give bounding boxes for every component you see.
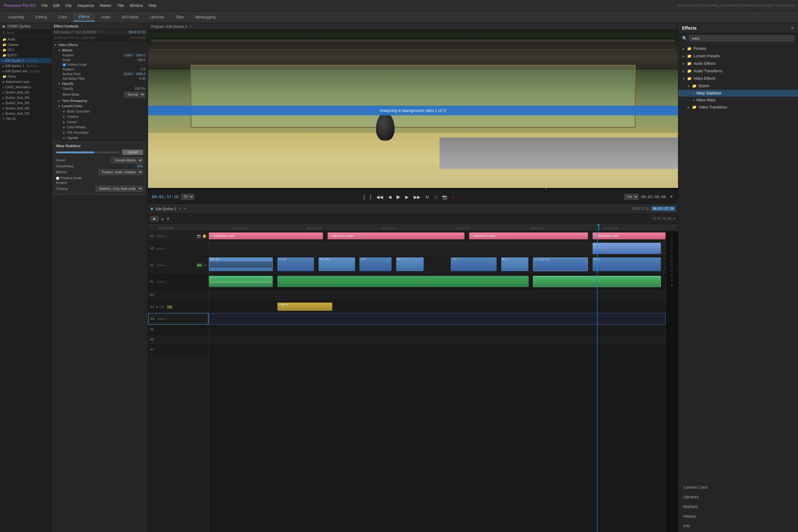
menu-title[interactable]: Title (117, 3, 124, 8)
tab-libraries[interactable]: Libraries (145, 13, 169, 21)
project-item-logo[interactable]: ▪ LOGO_alternatie.p (0, 84, 51, 90)
project-item-edits[interactable]: 📁 EDITS (0, 53, 51, 58)
title-clip[interactable]: ◊ Title 01 (278, 303, 332, 311)
tab-effects[interactable]: Effects (73, 13, 94, 21)
step-forward-button[interactable]: ▶▶ (413, 194, 422, 200)
project-item-adj[interactable]: ■ Adjustment Layer (0, 79, 51, 84)
tree-video-effects[interactable]: ▼ 📁 Video Effects (678, 75, 798, 82)
adj-layer-2[interactable]: ○ Adjustment Layer (328, 232, 465, 239)
record-button[interactable]: ● (451, 194, 456, 200)
sequence-button[interactable]: ▶ (151, 216, 159, 221)
timeline-close-button[interactable]: ✕ (184, 207, 187, 211)
next-frame-button[interactable]: ▶ (404, 194, 410, 200)
menu-edit[interactable]: Edit (53, 3, 60, 8)
hsl-secondary[interactable]: ► HSL Secondary (63, 130, 145, 135)
lumetri-color-nav[interactable]: Lumetri Color (678, 482, 798, 492)
cancel-button[interactable]: Cancel (122, 150, 143, 155)
export-frame-button[interactable]: 📷 (441, 194, 449, 200)
video-effects-section[interactable]: ▼ Video Effects (54, 42, 145, 48)
menu-sequence[interactable]: Sequence (77, 3, 94, 8)
time-remapping-section[interactable]: ► Time Remapping (58, 98, 145, 103)
v1-clip-7[interactable]: 657_... (501, 258, 529, 271)
effects-search-input[interactable] (689, 35, 794, 41)
method-select[interactable]: Position, Scale, Rotation (98, 169, 143, 175)
add-track-button[interactable]: + (673, 216, 676, 221)
project-item-edit-text[interactable]: ▸ Edit Qurtinz text 25,00 fps (0, 69, 51, 74)
loop-button[interactable]: ↻ (424, 194, 431, 200)
opacity-section[interactable]: ▼ Opacity (58, 81, 145, 86)
uniform-scale-checkbox[interactable] (63, 63, 66, 66)
adj-layer-1[interactable]: ○ Adjustment Layer (209, 232, 323, 239)
step-back-button[interactable]: ◀◀ (375, 194, 384, 200)
menu-file[interactable]: File (41, 3, 48, 8)
v1-clip-5[interactable]: 657... (396, 258, 424, 271)
project-item-qf5[interactable]: ▸ Qurtinz_final_201 (0, 111, 51, 116)
zoom-in-button[interactable]: ▲ (160, 216, 164, 221)
tree-warp-stabilizer[interactable]: ▪ Warp Stabilizer (678, 90, 798, 97)
project-item-qf2[interactable]: ▸ Qurtinz_final_201 (0, 95, 51, 100)
lumetri-color-section[interactable]: ▼ Lumetri Color (58, 103, 145, 109)
v1-clip-3[interactable]: 657_0665 (319, 258, 355, 271)
project-item-audio[interactable]: 📁 Audio (0, 37, 51, 42)
tree-video-transitions[interactable]: ► 📁 Video Transitions (678, 103, 798, 111)
safe-margins-button[interactable]: □ (433, 194, 438, 200)
result-select[interactable]: Smooth Motion (111, 157, 143, 163)
blend-mode-select[interactable]: Normal (125, 92, 145, 98)
tree-audio-effects[interactable]: ► 📁 Audio Effects (678, 60, 798, 67)
motion-section[interactable]: ▼ Motion (58, 48, 145, 53)
vignette[interactable]: ► Vignette (63, 135, 145, 140)
project-item-edit-qurtinz2[interactable]: ▸ Edit Qurtinz 2 25,00 fps (0, 58, 51, 63)
tab-all-panels[interactable]: All Panels (117, 13, 144, 21)
mark-out-button[interactable]: } (369, 194, 373, 200)
add-clip-button[interactable]: + (668, 193, 674, 201)
project-item-capture[interactable]: 📁 Capture (0, 42, 51, 48)
history-nav[interactable]: History (678, 511, 798, 521)
libraries-nav[interactable]: Libraries (678, 492, 798, 502)
prev-frame-button[interactable]: ◀ (387, 194, 393, 200)
tab-color[interactable]: Color (53, 13, 72, 21)
tab-metalogging[interactable]: Metalogging (190, 13, 221, 21)
creative[interactable]: ► Creative (63, 114, 145, 119)
markers-nav[interactable]: Markers (678, 502, 798, 511)
a1-clip-3[interactable] (533, 276, 661, 287)
preserve-scale-checkbox[interactable] (56, 177, 59, 180)
project-item-qf4[interactable]: ▸ Qurtinz_final_201 (0, 106, 51, 111)
tree-distort[interactable]: ▼ 📁 Distort (678, 82, 798, 90)
menu-marker[interactable]: Marker (100, 3, 111, 8)
adj-layer-3[interactable]: ○ Adjustment Layer (469, 232, 588, 239)
curves[interactable]: ► Curves (63, 119, 145, 125)
mark-in-button[interactable]: { (362, 194, 366, 200)
effects-close-button[interactable]: ✕ (791, 25, 794, 31)
info-nav[interactable]: Info (678, 521, 798, 531)
a1-clip-2[interactable] (278, 276, 529, 287)
a1-clip-1[interactable]: ♬ (209, 276, 273, 287)
menu-help[interactable]: Help (148, 3, 156, 8)
tab-titles[interactable]: Titles (170, 13, 189, 21)
tab-editing[interactable]: Editing (31, 13, 52, 21)
quality-select[interactable]: Full (624, 194, 639, 200)
framing-select[interactable]: Stabilize, Crop, Auto-scale (96, 186, 143, 192)
project-item-qf3[interactable]: ▸ Qurtinz_final_201 (0, 100, 51, 106)
tab-assembly[interactable]: Assembly (3, 13, 29, 21)
tree-lumetri-presets[interactable]: ► 📁 Lumetri Presets (678, 52, 798, 60)
project-item-gfx[interactable]: 📁 GFX (0, 48, 51, 53)
project-item-fotos[interactable]: 📁 Foto's (0, 74, 51, 79)
v1-clip-6[interactable]: ▪ 657... (451, 258, 497, 271)
fit-select[interactable]: Fit (181, 194, 194, 200)
zoom-out-button[interactable]: ▼ (166, 216, 170, 221)
v1-clip-4[interactable]: ▪ 657... (359, 258, 392, 271)
project-item-edit-qurtinz1[interactable]: ▸ Edit Qurtinz 1 25,00 fps (0, 63, 51, 69)
project-item-qf1[interactable]: ▸ Qurtinz_final_201 (0, 90, 51, 95)
v1-clip-2[interactable]: 657_06... (278, 258, 314, 271)
tree-audio-transitions[interactable]: ► 📁 Audio Transitions (678, 67, 798, 75)
menu-clip[interactable]: Clip (65, 3, 72, 8)
tree-wave-warp[interactable]: ▪ Wave Warp (678, 97, 798, 103)
v1-clip-9[interactable]: 657_0... (593, 258, 661, 271)
v1-clip-8[interactable]: 657_0692.MXF (533, 258, 588, 271)
color-wheels[interactable]: ► Color Wheels (63, 125, 145, 130)
tree-presets[interactable]: ► 📁 Presets (678, 45, 798, 52)
menu-window[interactable]: Window (130, 3, 143, 8)
play-button[interactable]: ▶ (395, 193, 401, 201)
v1-clip-1[interactable]: Milis_arti... (209, 258, 273, 271)
adj-layer-4[interactable]: ○ Adjustment Layer (593, 232, 666, 239)
